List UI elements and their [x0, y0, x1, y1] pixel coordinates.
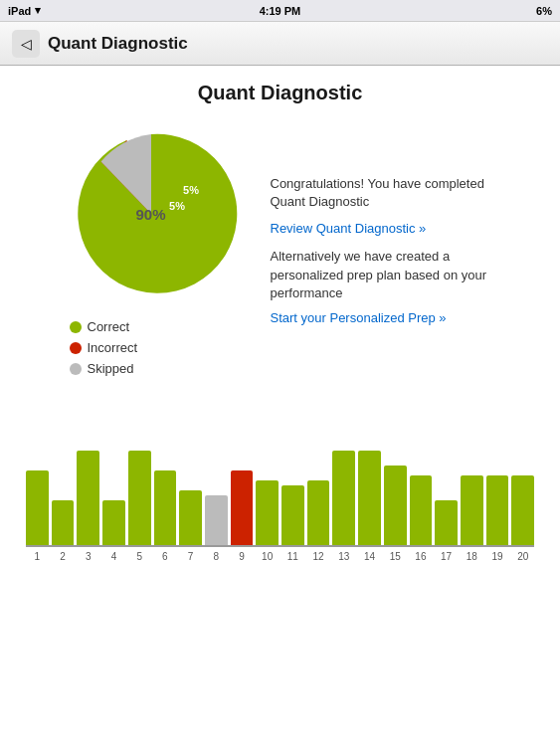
- bar-item[interactable]: [410, 475, 433, 545]
- bar-label: 12: [307, 551, 330, 562]
- bar-column: [486, 475, 509, 545]
- bar-label: 7: [179, 551, 202, 562]
- bar-label: 11: [281, 551, 304, 562]
- bar-item[interactable]: [128, 451, 151, 545]
- bar-item[interactable]: [358, 451, 381, 545]
- svg-text:5%: 5%: [169, 200, 185, 212]
- bar-item[interactable]: [511, 475, 534, 545]
- bar-item[interactable]: [231, 470, 254, 545]
- skipped-label: Skipped: [88, 361, 134, 376]
- review-link[interactable]: Review Quant Diagnostic »: [271, 221, 499, 236]
- incorrect-label: Incorrect: [88, 340, 138, 355]
- bar-column: [511, 475, 534, 545]
- bar-label: 10: [256, 551, 279, 562]
- bar-item[interactable]: [179, 490, 202, 545]
- pie-center-label: 90%: [135, 206, 165, 223]
- bar-label: 2: [52, 551, 75, 562]
- bar-label: 19: [486, 551, 509, 562]
- pie-chart: 5% 5% 90%: [62, 124, 241, 303]
- bar-item[interactable]: [486, 475, 509, 545]
- bar-column: [435, 500, 458, 545]
- legend-skipped: Skipped: [70, 361, 138, 376]
- bar-label: 16: [410, 551, 433, 562]
- alt-text: Alternatively we have created a personal…: [271, 248, 499, 302]
- bar-column: [26, 470, 49, 545]
- correct-dot: [70, 321, 82, 333]
- page-title: Quant Diagnostic: [16, 82, 544, 104]
- bar-item[interactable]: [307, 480, 330, 545]
- congrats-text: Congratulations! You have completed Quan…: [271, 175, 499, 211]
- bar-chart-section: 1234567891011121314151617181920: [16, 406, 544, 562]
- bar-item[interactable]: [154, 470, 177, 545]
- bar-item[interactable]: [461, 475, 483, 545]
- bar-label: 8: [205, 551, 228, 562]
- bar-item[interactable]: [435, 500, 458, 545]
- bar-column: [205, 495, 228, 545]
- back-icon: ◁: [21, 36, 32, 52]
- bar-label: 4: [102, 551, 125, 562]
- bar-column: [281, 485, 304, 545]
- bar-label: 3: [77, 551, 99, 562]
- bar-label: 18: [461, 551, 483, 562]
- bar-item[interactable]: [384, 466, 407, 545]
- wifi-icon: ▾: [35, 4, 41, 17]
- bar-item[interactable]: [332, 451, 355, 545]
- bar-column: [410, 475, 433, 545]
- pie-container: 5% 5% 90% Correct Incorrect Skipped: [62, 124, 241, 376]
- bar-item[interactable]: [26, 470, 49, 545]
- bar-label: 9: [231, 551, 254, 562]
- legend: Correct Incorrect Skipped: [70, 319, 138, 376]
- bar-label: 13: [332, 551, 355, 562]
- bar-chart: [26, 416, 534, 545]
- incorrect-dot: [70, 342, 82, 354]
- status-left: iPad ▾: [8, 4, 41, 17]
- bar-column: [461, 475, 483, 545]
- bar-column: [332, 451, 355, 545]
- bar-column: [384, 466, 407, 545]
- legend-incorrect: Incorrect: [70, 340, 138, 355]
- bar-item[interactable]: [205, 495, 228, 545]
- nav-title: Quant Diagnostic: [48, 34, 188, 54]
- bar-label: 6: [154, 551, 177, 562]
- bar-item[interactable]: [52, 500, 75, 545]
- bar-label: 20: [511, 551, 534, 562]
- bar-item[interactable]: [281, 485, 304, 545]
- svg-text:5%: 5%: [183, 184, 199, 196]
- main-content: Quant Diagnostic 5% 5% 90%: [0, 66, 560, 746]
- skipped-dot: [70, 363, 82, 375]
- chart-axis-line: [26, 545, 534, 547]
- bar-label: 17: [435, 551, 458, 562]
- bar-column: [231, 470, 254, 545]
- bar-item[interactable]: [256, 480, 279, 545]
- bar-labels: 1234567891011121314151617181920: [26, 551, 534, 562]
- summary-section: 5% 5% 90% Correct Incorrect Skipped: [16, 124, 544, 376]
- bar-item[interactable]: [77, 451, 99, 545]
- bar-item[interactable]: [102, 500, 125, 545]
- status-time: 4:19 PM: [260, 5, 301, 17]
- bar-label: 5: [128, 551, 151, 562]
- device-label: iPad: [8, 5, 31, 17]
- bar-column: [128, 451, 151, 545]
- bar-column: [102, 500, 125, 545]
- status-bar: iPad ▾ 4:19 PM 6%: [0, 0, 560, 22]
- bar-column: [358, 451, 381, 545]
- bar-label: 1: [26, 551, 49, 562]
- bar-column: [307, 480, 330, 545]
- legend-correct: Correct: [70, 319, 138, 334]
- bar-column: [77, 451, 99, 545]
- bar-column: [52, 500, 75, 545]
- bar-label: 15: [384, 551, 407, 562]
- info-panel: Congratulations! You have completed Quan…: [271, 175, 499, 325]
- bar-column: [256, 480, 279, 545]
- bar-column: [179, 490, 202, 545]
- battery-indicator: 6%: [536, 5, 552, 17]
- bar-column: [154, 470, 177, 545]
- back-button[interactable]: ◁: [12, 30, 40, 58]
- prep-link[interactable]: Start your Personalized Prep »: [271, 310, 499, 325]
- bar-label: 14: [358, 551, 381, 562]
- correct-label: Correct: [88, 319, 130, 334]
- nav-bar: ◁ Quant Diagnostic: [0, 22, 560, 66]
